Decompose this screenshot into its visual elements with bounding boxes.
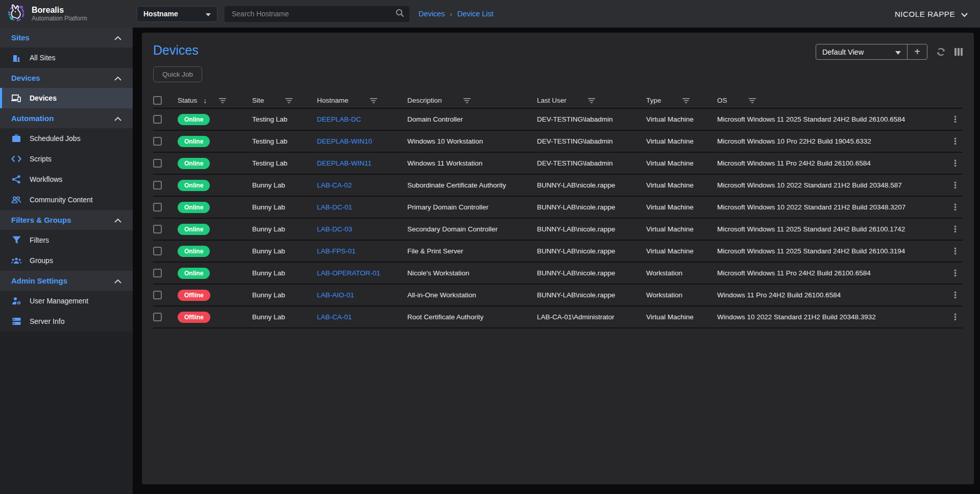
- search-input[interactable]: [232, 10, 396, 18]
- row-actions-menu-icon[interactable]: ⋮: [948, 290, 963, 300]
- table-row[interactable]: Online Bunny Lab LAB-DC-01 Primary Domai…: [153, 196, 963, 218]
- hostname-link[interactable]: LAB-FPS-01: [317, 247, 356, 255]
- row-checkbox[interactable]: [153, 291, 162, 299]
- hostname-link[interactable]: DEEPLAB-DC: [317, 115, 361, 123]
- filter-icon[interactable]: [219, 98, 226, 103]
- row-actions-menu-icon[interactable]: ⋮: [948, 224, 963, 234]
- table-row[interactable]: Online Testing Lab DEEPLAB-DC Domain Con…: [153, 108, 963, 130]
- column-header-status[interactable]: Status: [178, 97, 197, 104]
- table-row[interactable]: Offline Bunny Lab LAB-CA-01 Root Certifi…: [153, 305, 963, 327]
- row-actions-menu-icon[interactable]: ⋮: [948, 180, 963, 191]
- hostname-link[interactable]: DEEPLAB-WIN10: [317, 137, 372, 145]
- row-checkbox[interactable]: [153, 137, 162, 146]
- user-menu[interactable]: NICOLE RAPPE: [895, 10, 968, 18]
- sidebar-item-devices[interactable]: Devices: [0, 88, 133, 108]
- row-actions-menu-icon[interactable]: ⋮: [948, 246, 963, 256]
- table-row[interactable]: Offline Bunny Lab LAB-AIO-01 All-in-One …: [153, 284, 963, 305]
- search-icon[interactable]: [396, 9, 404, 19]
- site-cell: Bunny Lab: [252, 203, 317, 211]
- row-checkbox[interactable]: [153, 203, 162, 211]
- section-automation[interactable]: Automation: [0, 108, 133, 128]
- sort-desc-icon[interactable]: ↓: [203, 97, 207, 105]
- sidebar-item-user-management[interactable]: User Management: [0, 291, 133, 311]
- sidebar-item-scripts[interactable]: Scripts: [0, 149, 133, 169]
- quick-job-button[interactable]: Quick Job: [153, 66, 202, 82]
- last-user-cell: BUNNY-LAB\nicole.rappe: [537, 247, 646, 255]
- sidebar-item-all-sites[interactable]: All Sites: [0, 48, 133, 68]
- section-sites[interactable]: Sites: [0, 28, 133, 48]
- row-checkbox[interactable]: [153, 115, 162, 124]
- table-row[interactable]: Online Testing Lab DEEPLAB-WIN10 Windows…: [153, 130, 963, 152]
- row-actions-menu-icon[interactable]: ⋮: [948, 268, 963, 278]
- view-selector[interactable]: Default View: [816, 44, 907, 59]
- search-field-dropdown[interactable]: Hostname: [137, 6, 217, 22]
- devices-icon: [11, 93, 21, 103]
- section-admin-settings[interactable]: Admin Settings: [0, 271, 133, 291]
- column-header-site[interactable]: Site: [252, 97, 264, 104]
- table-body: Online Testing Lab DEEPLAB-DC Domain Con…: [153, 108, 963, 327]
- table-row[interactable]: Online Bunny Lab LAB-CA-02 Subordinate C…: [153, 174, 963, 196]
- status-badge: Online: [178, 246, 210, 257]
- last-user-cell: DEV-TESTING\labadmin: [537, 115, 646, 123]
- row-actions-menu-icon[interactable]: ⋮: [948, 158, 963, 169]
- hostname-link[interactable]: DEEPLAB-WIN11: [317, 159, 372, 167]
- devices-table: Status ↓ Site Hostname: [153, 93, 963, 328]
- row-checkbox[interactable]: [153, 225, 162, 233]
- site-cell: Testing Lab: [252, 115, 317, 123]
- row-checkbox[interactable]: [153, 181, 162, 190]
- hostname-link[interactable]: LAB-CA-02: [317, 181, 352, 189]
- column-header-description[interactable]: Description: [407, 97, 442, 104]
- table-row[interactable]: Online Bunny Lab LAB-DC-03 Secondary Dom…: [153, 218, 963, 240]
- row-checkbox[interactable]: [153, 247, 162, 255]
- hostname-link[interactable]: LAB-CA-01: [317, 313, 352, 321]
- select-all-checkbox[interactable]: [153, 96, 162, 105]
- breadcrumb-device-list[interactable]: Device List: [457, 10, 494, 18]
- sidebar-item-workflows[interactable]: Workflows: [0, 169, 133, 190]
- table-row[interactable]: Online Bunny Lab LAB-OPERATOR-01 Nicole'…: [153, 262, 963, 284]
- filter-icon[interactable]: [588, 98, 595, 103]
- last-user-cell: BUNNY-LAB\nicole.rappe: [537, 203, 646, 211]
- sidebar-item-scheduled-jobs[interactable]: Scheduled Jobs: [0, 128, 133, 149]
- column-header-hostname[interactable]: Hostname: [317, 97, 349, 104]
- row-checkbox[interactable]: [153, 269, 162, 277]
- row-checkbox[interactable]: [153, 159, 162, 168]
- sidebar-item-community-content[interactable]: Community Content: [0, 190, 133, 210]
- hostname-link[interactable]: LAB-DC-03: [317, 225, 352, 233]
- row-actions-menu-icon[interactable]: ⋮: [948, 202, 963, 213]
- last-user-cell: DEV-TESTING\labadmin: [537, 159, 646, 167]
- column-header-last-user[interactable]: Last User: [537, 97, 567, 104]
- row-actions-menu-icon[interactable]: ⋮: [948, 136, 963, 147]
- breadcrumb-devices[interactable]: Devices: [419, 10, 445, 18]
- columns-icon[interactable]: [954, 48, 963, 56]
- filter-icon[interactable]: [682, 98, 690, 103]
- row-checkbox[interactable]: [153, 313, 162, 321]
- column-header-os[interactable]: OS: [717, 97, 727, 104]
- filter-icon[interactable]: [463, 98, 471, 103]
- table-row[interactable]: Online Testing Lab DEEPLAB-WIN11 Windows…: [153, 152, 963, 174]
- row-actions-menu-icon[interactable]: ⋮: [948, 312, 963, 322]
- table-row[interactable]: Online Bunny Lab LAB-FPS-01 File & Print…: [153, 240, 963, 262]
- description-cell: Subordinate Certificate Authority: [407, 181, 537, 189]
- filter-icon[interactable]: [370, 98, 377, 103]
- row-actions-menu-icon[interactable]: ⋮: [948, 114, 963, 125]
- filter-icon[interactable]: [749, 98, 756, 103]
- hostname-link[interactable]: LAB-AIO-01: [317, 291, 354, 299]
- sidebar: Borealis Automation Platform Sites All S…: [0, 0, 133, 494]
- status-badge: Offline: [178, 290, 210, 301]
- user-gear-icon: [11, 296, 21, 306]
- column-header-type[interactable]: Type: [646, 97, 661, 104]
- sidebar-item-filters[interactable]: Filters: [0, 230, 133, 250]
- sidebar-item-groups[interactable]: Groups: [0, 250, 133, 271]
- sidebar-item-server-info[interactable]: Server Info: [0, 311, 133, 332]
- os-cell: Windows 11 Pro 24H2 Build 26100.6584: [717, 291, 942, 299]
- hostname-link[interactable]: LAB-DC-01: [317, 203, 352, 211]
- section-devices[interactable]: Devices: [0, 68, 133, 88]
- section-filters-groups[interactable]: Filters & Groups: [0, 210, 133, 230]
- filter-icon[interactable]: [285, 98, 292, 103]
- site-cell: Testing Lab: [252, 159, 317, 167]
- refresh-icon[interactable]: [936, 47, 946, 57]
- site-cell: Bunny Lab: [252, 225, 317, 233]
- add-view-button[interactable]: +: [908, 44, 927, 59]
- status-badge: Online: [178, 268, 210, 279]
- hostname-link[interactable]: LAB-OPERATOR-01: [317, 269, 380, 277]
